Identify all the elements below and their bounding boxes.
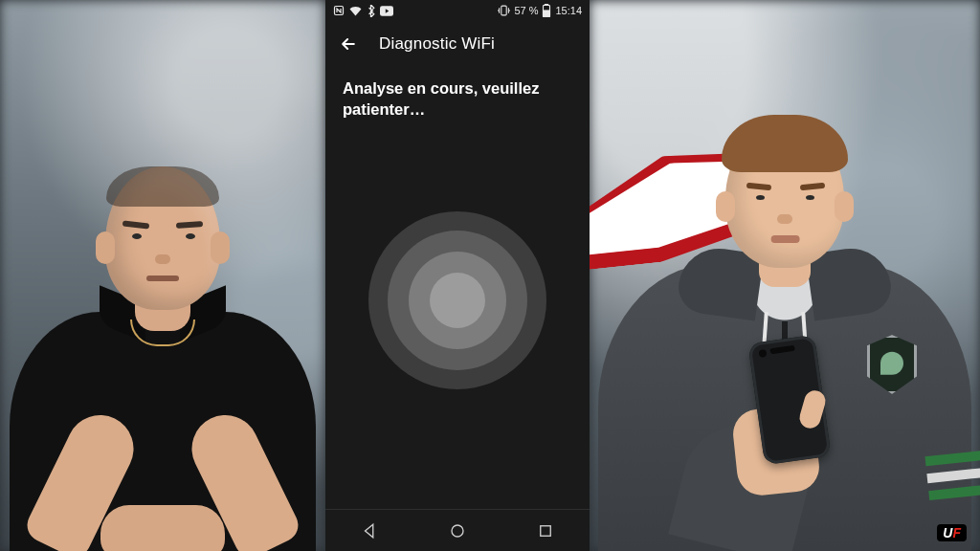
wifi-signal-icon <box>349 5 362 16</box>
bluetooth-icon <box>367 5 375 17</box>
progress-area <box>325 121 590 509</box>
battery-percent-label: 57 % <box>514 5 538 16</box>
svg-rect-7 <box>541 525 551 536</box>
radar-spinner <box>368 211 546 389</box>
screen-content: Analyse en cours, veuillez patienter… <box>325 67 590 121</box>
app-bar: Diagnostic WiFi <box>325 21 590 67</box>
android-nav-bar <box>325 509 590 551</box>
battery-icon <box>542 4 551 17</box>
video-panel-right: S UF <box>590 0 980 551</box>
phone-screen-overlay: 57 % 15:14 Diagnostic WiFi Analyse en co… <box>325 0 590 551</box>
nav-recents-button[interactable] <box>537 522 554 540</box>
presenter-left <box>0 140 325 551</box>
youtube-icon <box>380 6 393 16</box>
nfc-icon <box>333 5 345 16</box>
back-button[interactable] <box>339 34 358 54</box>
channel-watermark: UF <box>937 524 967 541</box>
nav-back-button[interactable] <box>361 522 378 540</box>
svg-rect-4 <box>546 4 548 5</box>
svg-point-6 <box>452 525 463 537</box>
status-message: Analyse en cours, veuillez patienter… <box>343 78 572 121</box>
presenter-right <box>590 101 980 551</box>
android-status-bar: 57 % 15:14 <box>325 0 590 21</box>
svg-rect-2 <box>501 6 506 15</box>
clock-label: 15:14 <box>555 5 582 16</box>
video-panel-left <box>0 0 325 551</box>
vibrate-icon <box>498 5 510 16</box>
nav-home-button[interactable] <box>449 522 466 540</box>
svg-rect-5 <box>544 11 550 16</box>
screen-title: Diagnostic WiFi <box>379 34 495 54</box>
